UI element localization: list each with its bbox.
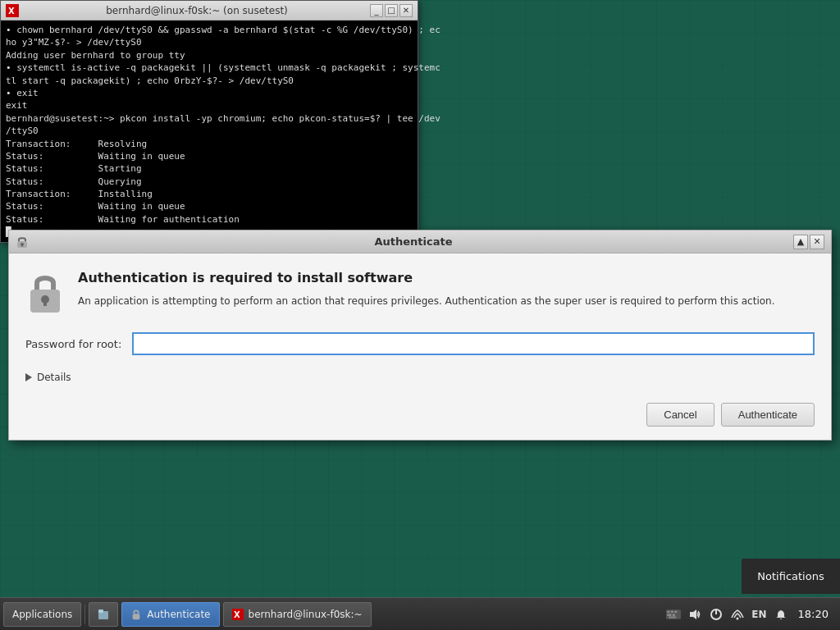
- taskbar-authenticate-btn[interactable]: Authenticate: [121, 602, 219, 627]
- svg-text:X: X: [234, 610, 240, 619]
- auth-up-btn[interactable]: ▲: [793, 235, 808, 249]
- svg-marker-20: [690, 609, 696, 619]
- auth-lock-icon: [25, 270, 65, 316]
- auth-titlebar-buttons: ▲ ✕: [793, 235, 824, 249]
- password-input[interactable]: [132, 332, 815, 355]
- svg-rect-18: [673, 614, 675, 616]
- terminal-controls: _ □ ✕: [370, 4, 413, 17]
- terminal-task-icon: X: [232, 609, 244, 620]
- auth-buttons: Cancel Authenticate: [25, 399, 815, 427]
- details-triangle-icon: [25, 373, 32, 381]
- terminal-title: bernhard@linux-f0sk:~ (on susetest): [24, 5, 370, 16]
- applications-label: Applications: [12, 609, 72, 620]
- auth-titlebar: Authenticate ▲ ✕: [9, 231, 831, 253]
- systray: EN 18:20: [661, 607, 837, 622]
- auth-description: An application is attempting to perform …: [78, 294, 774, 308]
- network-icon[interactable]: [730, 607, 745, 622]
- svg-rect-15: [671, 610, 673, 613]
- terminal-app-icon: X: [6, 4, 19, 17]
- auth-close-btn[interactable]: ✕: [810, 235, 824, 249]
- task2-label: bernhard@linux-f0sk:~: [249, 609, 363, 620]
- taskbar-sep-1: [84, 605, 85, 624]
- svg-rect-9: [98, 609, 103, 613]
- terminal-close-btn[interactable]: ✕: [399, 4, 413, 17]
- auth-title-text: Authenticate: [34, 235, 793, 248]
- svg-rect-14: [668, 610, 670, 613]
- power-icon[interactable]: [709, 607, 724, 622]
- task1-label: Authenticate: [147, 609, 210, 620]
- taskbar-files-btn[interactable]: [89, 602, 118, 627]
- keyboard-layout-icon[interactable]: [666, 607, 681, 622]
- terminal-window: X bernhard@linux-f0sk:~ (on susetest) _ …: [0, 0, 418, 243]
- terminal-maximize-btn[interactable]: □: [385, 4, 398, 17]
- notifications-systray-icon[interactable]: [774, 607, 788, 622]
- svg-rect-4: [22, 244, 23, 247]
- taskbar-applications-btn[interactable]: Applications: [3, 602, 81, 627]
- notifications-popup[interactable]: Notifications: [742, 559, 840, 594]
- svg-rect-7: [43, 299, 47, 306]
- terminal-titlebar: X bernhard@linux-f0sk:~ (on susetest) _ …: [1, 1, 418, 21]
- svg-rect-17: [668, 614, 672, 616]
- files-icon: [98, 609, 109, 620]
- password-label: Password for root:: [25, 338, 124, 350]
- svg-rect-10: [133, 614, 140, 619]
- language-indicator[interactable]: EN: [751, 609, 766, 620]
- terminal-content: • chown bernhard /dev/ttyS0 && gpasswd -…: [1, 21, 418, 242]
- cancel-button[interactable]: Cancel: [646, 403, 714, 427]
- authenticate-button[interactable]: Authenticate: [721, 403, 815, 427]
- taskbar-terminal-btn[interactable]: X bernhard@linux-f0sk:~: [223, 602, 372, 627]
- taskbar-time: 18:20: [795, 608, 832, 620]
- auth-form: Password for root:: [25, 332, 815, 355]
- taskbar: Applications Authenticate X bernhard@lin…: [0, 597, 840, 630]
- svg-rect-16: [675, 610, 678, 613]
- auth-header: Authentication is required to install so…: [25, 270, 815, 316]
- authenticate-dialog: Authenticate ▲ ✕ Authentication is requi…: [8, 230, 832, 441]
- auth-text-area: Authentication is required to install so…: [78, 270, 774, 308]
- terminal-minimize-btn[interactable]: _: [370, 4, 383, 17]
- notifications-label: Notifications: [757, 570, 824, 582]
- auth-body: Authentication is required to install so…: [9, 253, 831, 440]
- svg-text:X: X: [8, 7, 15, 16]
- details-label: Details: [37, 372, 71, 383]
- auth-heading: Authentication is required to install so…: [78, 270, 774, 285]
- svg-point-23: [737, 617, 739, 619]
- auth-title-icon: [16, 235, 29, 249]
- authenticate-task-icon: [130, 609, 142, 620]
- auth-details-toggle[interactable]: Details: [25, 368, 815, 386]
- volume-icon[interactable]: [687, 607, 702, 622]
- svg-rect-19: [669, 616, 676, 618]
